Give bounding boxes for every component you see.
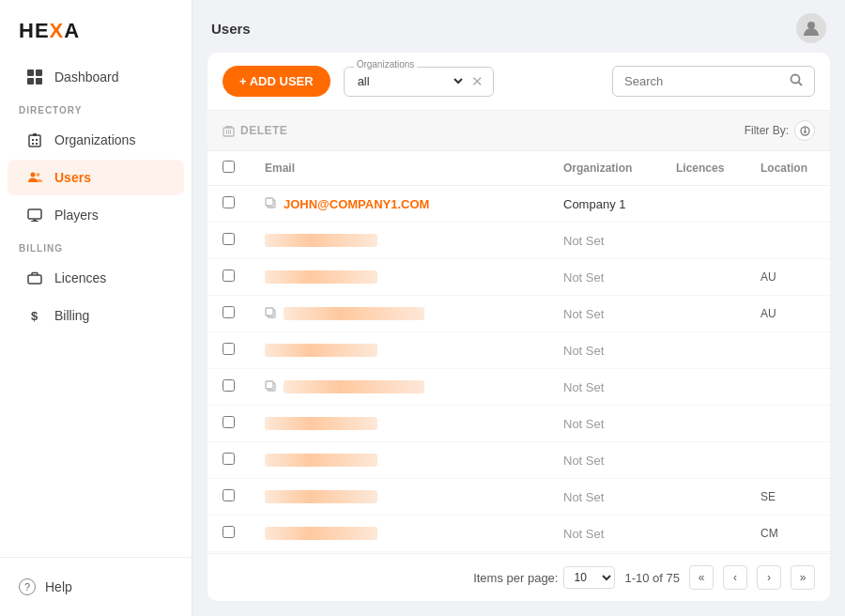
row-licences (661, 516, 745, 552)
sidebar-item-licences[interactable]: Licences (8, 260, 184, 296)
svg-rect-24 (225, 126, 232, 128)
top-bar-right (796, 13, 826, 43)
first-page-button[interactable]: « (689, 565, 714, 590)
row-checkbox[interactable] (223, 270, 235, 282)
row-org: Not Set (548, 369, 661, 406)
sidebar-item-users[interactable]: Users (8, 160, 184, 195)
delete-button[interactable]: DELETE (223, 124, 287, 137)
org-select[interactable]: all Company 1 (354, 73, 466, 89)
row-checkbox[interactable] (223, 453, 235, 465)
svg-rect-14 (31, 221, 38, 222)
sidebar-item-billing[interactable]: $ Billing (8, 298, 184, 333)
svg-rect-0 (27, 69, 34, 76)
row-email-cell (250, 332, 548, 369)
row-checkbox[interactable] (223, 379, 235, 392)
row-email (284, 380, 424, 393)
table-row: Not SetAU (207, 259, 830, 296)
copy-icon[interactable] (265, 307, 276, 321)
building-icon (26, 131, 43, 148)
sidebar-item-organizations[interactable]: Organizations (8, 122, 184, 158)
row-email (265, 490, 377, 503)
sidebar-label-billing: Billing (54, 308, 89, 323)
row-checkbox[interactable] (223, 306, 235, 318)
monitor-icon (26, 207, 43, 223)
help-link[interactable]: ? Help (15, 573, 177, 601)
svg-rect-31 (266, 308, 273, 316)
row-email-cell (250, 296, 548, 332)
billing-section-label: BILLING (0, 234, 192, 259)
table-header-bar: DELETE Filter By: (207, 111, 830, 151)
col-org: Organization (548, 151, 661, 186)
row-checkbox-cell (207, 296, 250, 332)
row-email (265, 234, 377, 247)
sidebar-label-players: Players (54, 208, 99, 223)
copy-icon[interactable] (265, 380, 276, 394)
add-user-button[interactable]: + ADD USER (223, 66, 330, 97)
dollar-icon: $ (26, 307, 43, 324)
next-page-button[interactable]: › (757, 565, 781, 590)
row-org: Not Set (548, 332, 661, 369)
row-org: Not Set (548, 223, 661, 259)
row-org: Not Set (548, 259, 661, 296)
per-page-select[interactable]: 10 25 50 100 (563, 566, 615, 589)
row-email-cell (250, 516, 548, 552)
svg-rect-15 (28, 275, 41, 284)
top-bar: Users (192, 0, 845, 53)
svg-rect-12 (28, 209, 41, 219)
table-container: Email Organization Licences Location JOH… (207, 151, 830, 553)
row-email-cell (250, 223, 548, 259)
page-title: Users (211, 21, 251, 37)
help-icon: ? (19, 578, 36, 595)
row-licences (661, 186, 745, 223)
row-checkbox[interactable] (223, 416, 235, 428)
people-icon (26, 169, 43, 186)
svg-rect-9 (33, 133, 37, 136)
sidebar: HEXA Dashboard DIRECTORY Organizations (0, 0, 192, 616)
avatar[interactable] (796, 13, 826, 43)
last-page-button[interactable]: » (791, 565, 815, 590)
content-card: + ADD USER Organizations all Company 1 ✕ (207, 53, 830, 601)
delete-label: DELETE (240, 124, 287, 137)
clear-org-button[interactable]: ✕ (471, 73, 484, 90)
grid-icon (26, 69, 43, 85)
row-email-cell: JOHN@COMPANY1.COM (250, 186, 548, 223)
row-licences (661, 369, 745, 406)
row-checkbox[interactable] (223, 343, 235, 355)
col-licences: Licences (661, 151, 745, 186)
search-input[interactable] (624, 74, 782, 88)
svg-rect-21 (226, 130, 227, 134)
row-org: Not Set (548, 516, 661, 552)
row-org: Not Set (548, 442, 661, 479)
row-licences (661, 223, 745, 259)
sidebar-item-players[interactable]: Players (8, 197, 184, 233)
row-location (745, 406, 830, 442)
row-checkbox[interactable] (223, 233, 235, 245)
row-checkbox[interactable] (223, 526, 235, 538)
sidebar-item-dashboard[interactable]: Dashboard (8, 59, 184, 95)
row-checkbox[interactable] (223, 196, 235, 208)
row-location: CM (745, 516, 830, 552)
row-checkbox-cell (207, 442, 250, 479)
filter-icon-button[interactable] (794, 120, 815, 141)
items-per-page-label: Items per page: (473, 571, 558, 585)
svg-line-19 (799, 83, 803, 86)
row-checkbox[interactable] (223, 489, 235, 501)
pagination-bar: Items per page: 10 25 50 100 1-10 of 75 … (207, 553, 830, 601)
svg-rect-5 (32, 139, 34, 141)
row-email-cell (250, 259, 548, 296)
users-table: Email Organization Licences Location JOH… (207, 151, 830, 552)
prev-page-button[interactable]: ‹ (723, 565, 747, 590)
select-all-checkbox[interactable] (223, 161, 235, 173)
table-row: Not Set (207, 369, 830, 406)
org-field-label: Organizations (354, 59, 418, 69)
svg-point-27 (804, 131, 806, 132)
row-email (265, 527, 377, 540)
row-location (745, 332, 830, 369)
search-box (612, 66, 815, 97)
copy-icon[interactable] (265, 197, 276, 211)
row-org: Company 1 (548, 186, 661, 223)
search-icon (790, 73, 803, 89)
svg-point-18 (791, 75, 800, 84)
row-licences (661, 442, 745, 479)
items-per-page: Items per page: 10 25 50 100 (473, 566, 615, 589)
